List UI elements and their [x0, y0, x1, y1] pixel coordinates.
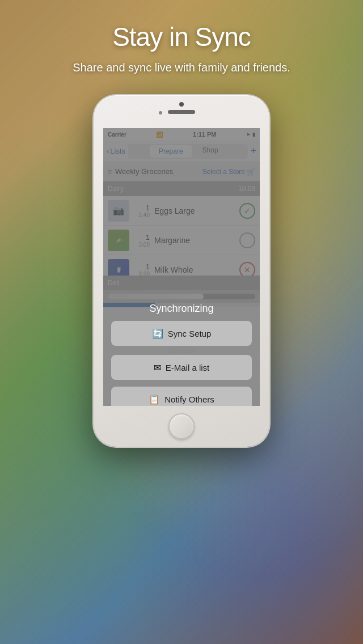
sync-setup-label: Sync Setup: [168, 329, 212, 338]
notify-icon: 📋: [149, 394, 160, 405]
hero-title: Stay in Sync: [0, 22, 363, 52]
phone-speaker: [168, 110, 195, 114]
sync-setup-button[interactable]: 🔄 Sync Setup: [111, 321, 252, 346]
connected-label: Connected: [168, 348, 195, 354]
phone-top-bezel: [94, 95, 269, 128]
sync-status-text: Synchronizing: [103, 303, 260, 315]
notify-others-button[interactable]: 📋 Notify Others: [111, 387, 252, 406]
hero-subtitle: Share and sync live with family and frie…: [11, 60, 352, 75]
phone-bottom-bezel: [94, 406, 269, 447]
notify-label: Notify Others: [164, 395, 214, 404]
email-label: E-Mail a list: [166, 363, 210, 372]
phone-frame: Carrier 📶 1:11 PM ➤ ▮ ‹ Lists Prepare Sh…: [94, 95, 269, 447]
email-list-button[interactable]: ✉ E-Mail a list: [111, 355, 252, 380]
sync-icon: 🔄: [152, 328, 163, 339]
phone-camera: [179, 102, 184, 107]
phone-dot: [159, 111, 162, 115]
sync-overlay: Synchronizing 🔄 Sync Setup Connected ✉ E…: [103, 128, 260, 406]
email-icon: ✉: [154, 362, 161, 373]
screen: Carrier 📶 1:11 PM ➤ ▮ ‹ Lists Prepare Sh…: [103, 128, 260, 406]
home-button[interactable]: [168, 413, 195, 439]
